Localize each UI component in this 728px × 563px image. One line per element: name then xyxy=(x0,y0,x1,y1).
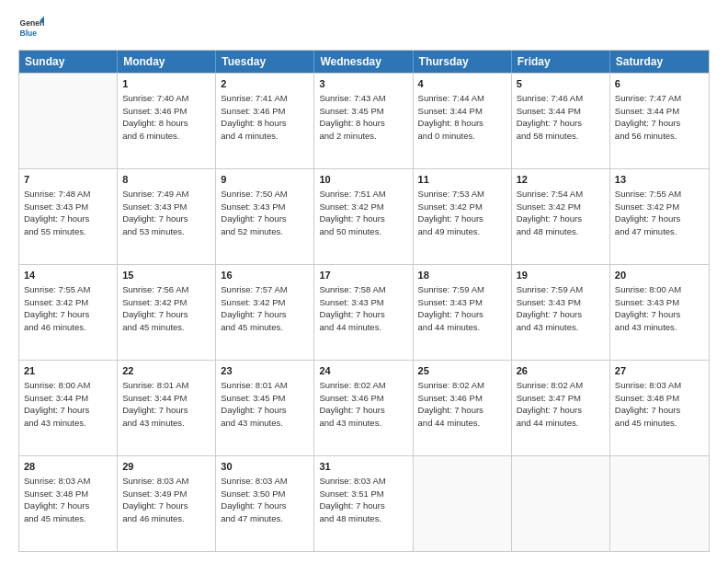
day-info: Sunrise: 7:48 AM Sunset: 3:43 PM Dayligh… xyxy=(24,189,90,236)
day-number: 15 xyxy=(122,269,210,282)
day-number: 29 xyxy=(122,460,210,474)
calendar-cell xyxy=(19,74,118,168)
calendar-row-2: 14Sunrise: 7:55 AM Sunset: 3:42 PM Dayli… xyxy=(19,264,709,360)
calendar-cell: 30Sunrise: 8:03 AM Sunset: 3:50 PM Dayli… xyxy=(216,456,314,551)
day-number: 6 xyxy=(615,77,704,91)
calendar-cell: 13Sunrise: 7:55 AM Sunset: 3:42 PM Dayli… xyxy=(610,169,709,264)
day-info: Sunrise: 7:57 AM Sunset: 3:42 PM Dayligh… xyxy=(221,284,287,332)
calendar-row-1: 7Sunrise: 7:48 AM Sunset: 3:43 PM Daylig… xyxy=(19,168,709,264)
header-cell-sunday: Sunday xyxy=(19,51,118,73)
day-info: Sunrise: 7:46 AM Sunset: 3:44 PM Dayligh… xyxy=(517,93,583,141)
day-number: 10 xyxy=(319,173,407,187)
day-number: 2 xyxy=(221,77,309,91)
calendar-cell: 8Sunrise: 7:49 AM Sunset: 3:43 PM Daylig… xyxy=(118,169,216,264)
day-info: Sunrise: 8:00 AM Sunset: 3:43 PM Dayligh… xyxy=(615,284,681,332)
day-info: Sunrise: 8:00 AM Sunset: 3:44 PM Dayligh… xyxy=(24,380,90,428)
calendar-cell: 16Sunrise: 7:57 AM Sunset: 3:42 PM Dayli… xyxy=(216,265,314,360)
calendar-cell: 12Sunrise: 7:54 AM Sunset: 3:42 PM Dayli… xyxy=(512,169,610,264)
logo: General Blue xyxy=(18,15,44,40)
calendar-cell: 22Sunrise: 8:01 AM Sunset: 3:44 PM Dayli… xyxy=(118,361,216,455)
day-info: Sunrise: 7:51 AM Sunset: 3:42 PM Dayligh… xyxy=(319,189,385,236)
calendar: SundayMondayTuesdayWednesdayThursdayFrid… xyxy=(18,50,710,552)
calendar-cell: 25Sunrise: 8:02 AM Sunset: 3:46 PM Dayli… xyxy=(414,361,512,455)
calendar-cell: 17Sunrise: 7:58 AM Sunset: 3:43 PM Dayli… xyxy=(314,265,413,360)
calendar-cell: 9Sunrise: 7:50 AM Sunset: 3:43 PM Daylig… xyxy=(216,169,314,264)
day-number: 22 xyxy=(122,364,210,378)
day-info: Sunrise: 8:02 AM Sunset: 3:47 PM Dayligh… xyxy=(517,380,583,428)
calendar-cell: 21Sunrise: 8:00 AM Sunset: 3:44 PM Dayli… xyxy=(19,361,118,455)
day-info: Sunrise: 8:03 AM Sunset: 3:48 PM Dayligh… xyxy=(615,380,681,428)
day-info: Sunrise: 8:01 AM Sunset: 3:44 PM Dayligh… xyxy=(122,380,188,428)
calendar-cell: 23Sunrise: 8:01 AM Sunset: 3:45 PM Dayli… xyxy=(216,361,314,455)
header-cell-friday: Friday xyxy=(512,51,610,73)
day-info: Sunrise: 7:59 AM Sunset: 3:43 PM Dayligh… xyxy=(418,284,484,332)
calendar-cell: 24Sunrise: 8:02 AM Sunset: 3:46 PM Dayli… xyxy=(314,361,413,455)
day-info: Sunrise: 7:41 AM Sunset: 3:46 PM Dayligh… xyxy=(221,93,287,141)
day-number: 11 xyxy=(418,173,506,187)
svg-text:Blue: Blue xyxy=(20,29,38,38)
day-number: 23 xyxy=(221,364,309,378)
day-number: 7 xyxy=(24,173,112,187)
day-info: Sunrise: 7:47 AM Sunset: 3:44 PM Dayligh… xyxy=(615,93,681,141)
calendar-cell: 11Sunrise: 7:53 AM Sunset: 3:42 PM Dayli… xyxy=(414,169,512,264)
day-number: 17 xyxy=(319,269,407,282)
day-number: 16 xyxy=(221,269,309,282)
calendar-row-4: 28Sunrise: 8:03 AM Sunset: 3:48 PM Dayli… xyxy=(19,455,709,551)
day-number: 20 xyxy=(615,269,704,282)
day-number: 18 xyxy=(418,269,506,282)
day-number: 4 xyxy=(418,77,506,91)
calendar-row-3: 21Sunrise: 8:00 AM Sunset: 3:44 PM Dayli… xyxy=(19,360,709,455)
day-info: Sunrise: 7:44 AM Sunset: 3:44 PM Dayligh… xyxy=(418,93,484,141)
header-cell-tuesday: Tuesday xyxy=(216,51,314,73)
day-info: Sunrise: 7:58 AM Sunset: 3:43 PM Dayligh… xyxy=(319,284,385,332)
day-info: Sunrise: 7:56 AM Sunset: 3:42 PM Dayligh… xyxy=(122,284,188,332)
day-number: 21 xyxy=(24,364,112,378)
day-number: 1 xyxy=(122,77,210,91)
day-info: Sunrise: 8:01 AM Sunset: 3:45 PM Dayligh… xyxy=(221,380,287,428)
day-number: 30 xyxy=(221,460,309,474)
day-number: 13 xyxy=(615,173,704,187)
day-info: Sunrise: 7:54 AM Sunset: 3:42 PM Dayligh… xyxy=(517,189,583,236)
calendar-header: SundayMondayTuesdayWednesdayThursdayFrid… xyxy=(19,51,709,73)
calendar-cell: 31Sunrise: 8:03 AM Sunset: 3:51 PM Dayli… xyxy=(314,456,413,551)
day-info: Sunrise: 7:49 AM Sunset: 3:43 PM Dayligh… xyxy=(122,189,188,236)
day-number: 3 xyxy=(319,77,407,91)
calendar-cell: 1Sunrise: 7:40 AM Sunset: 3:46 PM Daylig… xyxy=(118,74,216,168)
day-info: Sunrise: 8:03 AM Sunset: 3:50 PM Dayligh… xyxy=(221,476,287,523)
calendar-cell: 15Sunrise: 7:56 AM Sunset: 3:42 PM Dayli… xyxy=(118,265,216,360)
day-info: Sunrise: 7:53 AM Sunset: 3:42 PM Dayligh… xyxy=(418,189,484,236)
day-number: 26 xyxy=(517,364,605,378)
day-number: 12 xyxy=(517,173,605,187)
day-info: Sunrise: 8:03 AM Sunset: 3:48 PM Dayligh… xyxy=(24,476,90,523)
day-info: Sunrise: 7:55 AM Sunset: 3:42 PM Dayligh… xyxy=(24,284,90,332)
calendar-cell: 26Sunrise: 8:02 AM Sunset: 3:47 PM Dayli… xyxy=(512,361,610,455)
calendar-cell: 2Sunrise: 7:41 AM Sunset: 3:46 PM Daylig… xyxy=(216,74,314,168)
day-number: 9 xyxy=(221,173,309,187)
calendar-cell xyxy=(512,456,610,551)
day-info: Sunrise: 7:55 AM Sunset: 3:42 PM Dayligh… xyxy=(615,189,681,236)
calendar-cell: 28Sunrise: 8:03 AM Sunset: 3:48 PM Dayli… xyxy=(19,456,118,551)
day-info: Sunrise: 8:03 AM Sunset: 3:49 PM Dayligh… xyxy=(122,476,188,523)
day-number: 31 xyxy=(319,460,407,474)
day-info: Sunrise: 7:59 AM Sunset: 3:43 PM Dayligh… xyxy=(517,284,583,332)
header-cell-thursday: Thursday xyxy=(414,51,512,73)
calendar-cell: 4Sunrise: 7:44 AM Sunset: 3:44 PM Daylig… xyxy=(414,74,512,168)
day-number: 19 xyxy=(517,269,605,282)
day-info: Sunrise: 8:02 AM Sunset: 3:46 PM Dayligh… xyxy=(418,380,484,428)
calendar-cell: 29Sunrise: 8:03 AM Sunset: 3:49 PM Dayli… xyxy=(118,456,216,551)
header: General Blue xyxy=(18,15,710,40)
calendar-row-0: 1Sunrise: 7:40 AM Sunset: 3:46 PM Daylig… xyxy=(19,73,709,168)
calendar-cell: 27Sunrise: 8:03 AM Sunset: 3:48 PM Dayli… xyxy=(610,361,709,455)
day-info: Sunrise: 8:03 AM Sunset: 3:51 PM Dayligh… xyxy=(319,476,385,523)
calendar-cell: 10Sunrise: 7:51 AM Sunset: 3:42 PM Dayli… xyxy=(314,169,413,264)
day-info: Sunrise: 7:50 AM Sunset: 3:43 PM Dayligh… xyxy=(221,189,287,236)
day-number: 14 xyxy=(24,269,112,282)
header-cell-monday: Monday xyxy=(118,51,216,73)
header-cell-saturday: Saturday xyxy=(610,51,709,73)
day-number: 5 xyxy=(517,77,605,91)
day-info: Sunrise: 8:02 AM Sunset: 3:46 PM Dayligh… xyxy=(319,380,385,428)
calendar-cell xyxy=(414,456,512,551)
day-number: 25 xyxy=(418,364,506,378)
day-number: 28 xyxy=(24,460,112,474)
logo-icon: General Blue xyxy=(18,15,44,40)
